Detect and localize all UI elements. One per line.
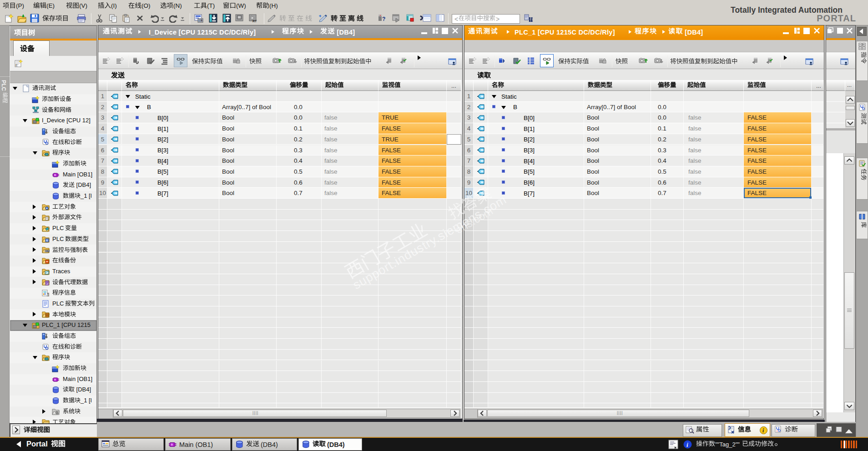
svg-text:i: i: [47, 293, 48, 296]
svg-text:01: 01: [199, 19, 202, 22]
svg-text:E: E: [46, 239, 48, 242]
svg-text:E: E: [15, 64, 18, 67]
svg-text:i: i: [686, 441, 688, 448]
svg-text:?: ?: [382, 16, 385, 22]
svg-text:RT: RT: [252, 20, 257, 23]
